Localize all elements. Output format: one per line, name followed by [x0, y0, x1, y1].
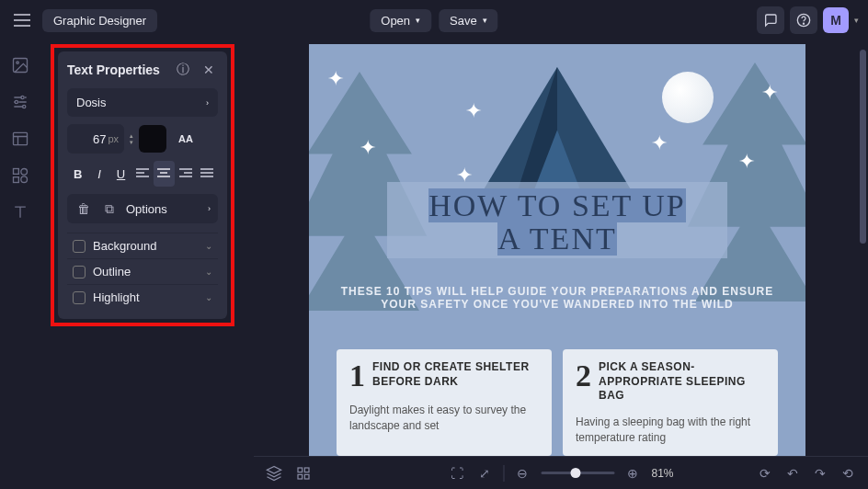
title-line1: HOW TO SET UP: [428, 188, 685, 222]
tip-number: 1: [349, 360, 365, 392]
svg-rect-21: [304, 474, 309, 479]
history-icon[interactable]: ⟲: [839, 464, 857, 483]
chevron-down-icon: ⌄: [205, 292, 212, 302]
tip-number: 2: [576, 360, 591, 392]
duplicate-icon[interactable]: ⧉: [100, 199, 119, 218]
outline-checkbox[interactable]: [73, 266, 86, 279]
hamburger-menu[interactable]: [9, 7, 35, 33]
grid-icon[interactable]: [294, 464, 313, 483]
align-justify-button[interactable]: [197, 161, 218, 187]
chevron-right-icon: ›: [206, 98, 209, 108]
highlight-checkbox[interactable]: [73, 291, 86, 304]
image-tool[interactable]: [10, 55, 30, 75]
svg-point-4: [21, 96, 24, 98]
size-step-down[interactable]: ▾: [130, 139, 133, 145]
svg-point-6: [23, 105, 26, 108]
zoom-in-icon[interactable]: ⊕: [623, 464, 642, 483]
text-case-label: AA: [178, 133, 193, 144]
background-checkbox[interactable]: [73, 240, 86, 253]
background-section[interactable]: Background ⌄: [67, 233, 218, 258]
options-button[interactable]: Options: [126, 202, 200, 216]
svg-rect-7: [14, 132, 28, 144]
help-button[interactable]: [790, 6, 817, 34]
align-left-button[interactable]: [131, 161, 153, 187]
italic-button[interactable]: I: [88, 161, 109, 187]
open-button[interactable]: Open ▾: [370, 9, 431, 32]
tip-title: PICK A SEASON-APPROPRIATE SLEEPING BAG: [599, 360, 765, 404]
tip-title: FIND OR CREATE SHELTER BEFORE DARK: [372, 360, 539, 389]
chevron-right-icon: ›: [208, 204, 211, 213]
app-title-chip[interactable]: Graphic Designer: [42, 9, 157, 32]
sync-icon[interactable]: ⟳: [756, 464, 774, 483]
delete-icon[interactable]: 🗑: [74, 199, 93, 218]
font-size-input[interactable]: 67px: [67, 124, 124, 154]
tip-card[interactable]: 1 FIND OR CREATE SHELTER BEFORE DARK Day…: [337, 349, 552, 456]
bold-button[interactable]: B: [67, 161, 88, 187]
document-title[interactable]: HOW TO SET UP A TENT: [396, 189, 718, 255]
undo-icon[interactable]: ↶: [783, 464, 802, 483]
text-properties-panel: Text Properties ⓘ ✕ Dosis › 67px ▴ ▾ AA …: [58, 51, 227, 319]
adjust-tool[interactable]: [10, 92, 30, 112]
scrollbar-thumb[interactable]: [860, 50, 866, 244]
align-center-button[interactable]: [154, 161, 175, 187]
font-size-unit: px: [108, 133, 119, 144]
font-family-selector[interactable]: Dosis ›: [67, 88, 218, 117]
tip-card[interactable]: 2 PICK A SEASON-APPROPRIATE SLEEPING BAG…: [563, 349, 778, 456]
outline-section[interactable]: Outline ⌄: [67, 258, 218, 284]
zoom-slider[interactable]: [541, 472, 614, 474]
info-icon[interactable]: ⓘ: [174, 61, 192, 79]
text-properties-panel-highlight: Text Properties ⓘ ✕ Dosis › 67px ▴ ▾ AA …: [51, 44, 234, 326]
vertical-scrollbar[interactable]: [859, 48, 866, 452]
tips-row: 1 FIND OR CREATE SHELTER BEFORE DARK Day…: [309, 338, 805, 456]
tip-body: Having a sleeping bag with the right tem…: [576, 415, 765, 446]
user-avatar[interactable]: M: [823, 7, 849, 33]
background-label: Background: [93, 239, 198, 253]
zoom-slider-thumb[interactable]: [570, 468, 580, 478]
text-color-swatch[interactable]: [139, 125, 166, 153]
svg-rect-18: [298, 468, 303, 472]
title-line2: A TENT: [497, 222, 616, 256]
comment-button[interactable]: [757, 6, 784, 34]
chevron-down-icon: ▾: [483, 16, 487, 25]
fit-icon[interactable]: ⤢: [475, 464, 494, 483]
highlight-section[interactable]: Highlight ⌄: [67, 284, 218, 310]
underline-button[interactable]: U: [110, 161, 131, 187]
redo-icon[interactable]: ↷: [811, 464, 829, 483]
zoom-out-icon[interactable]: ⊖: [513, 464, 531, 483]
highlight-label: Highlight: [93, 290, 198, 304]
separator: [503, 465, 504, 482]
chevron-down-icon[interactable]: ▾: [854, 16, 859, 25]
star-icon: ✦: [327, 67, 344, 91]
text-tool[interactable]: [10, 202, 30, 222]
document-hero: ✦ ✦ ✦ ✦ ✦ ✦ ✦ HOW TO SET UP A TENT THESE…: [309, 44, 805, 338]
canvas[interactable]: ✦ ✦ ✦ ✦ ✦ ✦ ✦ HOW TO SET UP A TENT THESE…: [254, 44, 859, 456]
svg-rect-8: [14, 169, 19, 175]
save-button[interactable]: Save ▾: [439, 9, 498, 32]
panel-title: Text Properties: [67, 63, 166, 77]
chevron-down-icon: ▾: [416, 16, 420, 25]
document-title-box[interactable]: HOW TO SET UP A TENT: [387, 182, 727, 258]
open-label: Open: [381, 14, 410, 28]
chevron-down-icon: ⌄: [205, 267, 212, 277]
zoom-value[interactable]: 81%: [651, 467, 673, 480]
avatar-initial: M: [830, 13, 841, 28]
topbar: Graphic Designer Open ▾ Save ▾ M ▾: [0, 0, 868, 40]
chevron-down-icon: ⌄: [205, 241, 212, 251]
svg-rect-10: [14, 177, 19, 183]
font-family-value: Dosis: [76, 96, 107, 109]
close-icon[interactable]: ✕: [200, 61, 218, 79]
text-case-button[interactable]: AA: [172, 125, 200, 153]
save-label: Save: [450, 14, 477, 28]
fullscreen-icon[interactable]: ⛶: [448, 464, 466, 483]
document[interactable]: ✦ ✦ ✦ ✦ ✦ ✦ ✦ HOW TO SET UP A TENT THESE…: [309, 44, 805, 456]
document-subtitle[interactable]: THESE 10 TIPS WILL HELP GUIDE YOUR PREPA…: [309, 285, 805, 320]
shapes-tool[interactable]: [10, 165, 30, 186]
layout-tool[interactable]: [10, 129, 30, 149]
svg-rect-19: [304, 468, 309, 472]
svg-marker-17: [268, 466, 281, 473]
svg-rect-20: [298, 474, 303, 479]
moon-illustration: [662, 72, 714, 123]
align-right-button[interactable]: [175, 161, 196, 187]
size-step-up[interactable]: ▴: [130, 132, 133, 139]
layers-icon[interactable]: [265, 464, 283, 483]
